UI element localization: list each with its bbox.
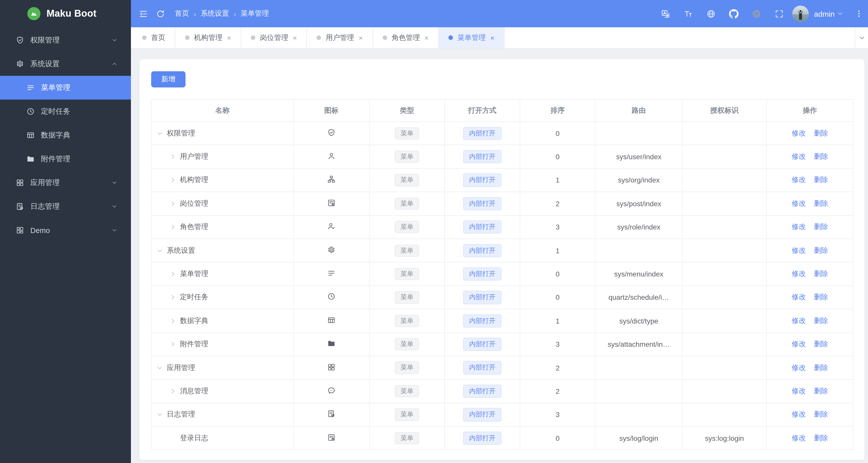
column-header[interactable]: 打开方式 — [445, 99, 520, 122]
edit-link[interactable]: 修改 — [792, 293, 806, 301]
sidebar-item-demo[interactable]: Demo — [0, 218, 131, 242]
delete-link[interactable]: 删除 — [814, 316, 828, 325]
delete-link[interactable]: 删除 — [814, 152, 828, 160]
expand-right-icon[interactable] — [170, 388, 176, 394]
delete-link[interactable]: 删除 — [814, 387, 828, 395]
row-name: 数据字典 — [180, 316, 208, 326]
translate-icon[interactable] — [661, 9, 670, 19]
expand-right-icon[interactable] — [170, 318, 176, 324]
expand-down-icon[interactable] — [157, 412, 163, 418]
github-icon[interactable] — [729, 9, 739, 19]
expand-down-icon[interactable] — [157, 365, 163, 371]
tab-post[interactable]: 岗位管理 × — [241, 27, 307, 48]
font-size-icon[interactable] — [683, 9, 693, 19]
column-header[interactable]: 路由 — [595, 99, 682, 122]
column-header[interactable]: 操作 — [767, 99, 853, 122]
tab-close-icon[interactable]: × — [293, 34, 297, 41]
tab-close-icon[interactable]: × — [359, 34, 363, 41]
delete-link[interactable]: 删除 — [814, 293, 828, 301]
edit-link[interactable]: 修改 — [792, 129, 806, 137]
user-caret-down-icon[interactable] — [837, 11, 843, 17]
brand-logo-icon — [27, 7, 40, 20]
delete-link[interactable]: 删除 — [814, 199, 828, 207]
sidebar-item-system[interactable]: 系统设置 — [0, 52, 131, 76]
edit-link[interactable]: 修改 — [792, 176, 806, 184]
delete-link[interactable]: 删除 — [814, 129, 828, 137]
expand-right-icon[interactable] — [170, 224, 176, 230]
gitee-icon[interactable] — [752, 9, 761, 19]
delete-link[interactable]: 删除 — [814, 363, 828, 371]
sort-value: 0 — [520, 262, 595, 286]
tab-home[interactable]: 首页 — [132, 27, 176, 48]
sidebar-item-permission[interactable]: 权限管理 — [0, 28, 131, 52]
breadcrumb-item[interactable]: 菜单管理 — [241, 9, 269, 18]
expand-right-icon[interactable] — [170, 271, 176, 277]
breadcrumb-item[interactable]: 系统设置 — [201, 9, 229, 18]
column-header[interactable]: 名称 — [151, 99, 293, 122]
row-name: 系统设置 — [167, 246, 195, 255]
edit-link[interactable]: 修改 — [792, 387, 806, 395]
edit-link[interactable]: 修改 — [792, 270, 806, 278]
breadcrumb-item[interactable]: 首页 — [175, 9, 189, 18]
tab-close-icon[interactable]: × — [490, 34, 494, 41]
id-card-icon — [327, 433, 336, 442]
tab-org[interactable]: 机构管理 × — [176, 27, 241, 48]
edit-link[interactable]: 修改 — [792, 363, 806, 371]
sidebar-item-dict[interactable]: 数据字典 — [0, 123, 131, 147]
column-header[interactable]: 图标 — [293, 99, 369, 122]
tab-role[interactable]: 角色管理 × — [373, 27, 439, 48]
brand[interactable]: Maku Boot — [0, 0, 131, 27]
expand-right-icon[interactable] — [170, 295, 176, 301]
collapse-sidebar-icon[interactable] — [138, 9, 148, 19]
sidebar-item-label: 数据字典 — [41, 130, 70, 140]
perm-value: sys:log:login — [682, 426, 767, 450]
refresh-icon[interactable] — [156, 9, 165, 19]
edit-link[interactable]: 修改 — [792, 434, 806, 442]
fullscreen-icon[interactable] — [774, 9, 784, 19]
edit-link[interactable]: 修改 — [792, 199, 806, 207]
delete-link[interactable]: 删除 — [814, 270, 828, 278]
sidebar-item-menu[interactable]: 菜单管理 — [0, 76, 131, 100]
edit-link[interactable]: 修改 — [792, 152, 806, 160]
delete-link[interactable]: 删除 — [814, 410, 828, 418]
add-button[interactable]: 新增 — [151, 71, 186, 88]
username[interactable]: admin — [814, 9, 835, 18]
expand-right-icon[interactable] — [170, 154, 176, 160]
column-header[interactable]: 授权标识 — [682, 99, 767, 122]
kebab-menu-icon[interactable] — [854, 9, 863, 18]
type-badge: 菜单 — [395, 244, 419, 257]
edit-link[interactable]: 修改 — [792, 246, 806, 254]
expand-down-icon[interactable] — [157, 130, 163, 136]
sort-value: 0 — [520, 286, 595, 309]
delete-link[interactable]: 删除 — [814, 223, 828, 231]
column-header[interactable]: 类型 — [369, 99, 445, 122]
tab-close-icon[interactable]: × — [227, 34, 231, 41]
globe-icon[interactable] — [706, 9, 716, 19]
sidebar-item-log[interactable]: 日志管理 — [0, 195, 131, 218]
edit-link[interactable]: 修改 — [792, 410, 806, 418]
avatar[interactable] — [792, 5, 809, 22]
expand-down-icon[interactable] — [157, 247, 163, 253]
sidebar-item-attachment[interactable]: 附件管理 — [0, 147, 131, 171]
tab-close-icon[interactable]: × — [424, 34, 428, 41]
expand-right-icon[interactable] — [170, 201, 176, 207]
tab-menu[interactable]: 菜单管理 × — [439, 27, 504, 48]
edit-link[interactable]: 修改 — [792, 316, 806, 325]
sidebar-item-schedule[interactable]: 定时任务 — [0, 100, 131, 123]
open-mode-badge: 内部打开 — [463, 431, 501, 445]
delete-link[interactable]: 删除 — [814, 340, 828, 348]
tabs-dropdown-button[interactable] — [855, 27, 868, 48]
edit-link[interactable]: 修改 — [792, 340, 806, 348]
expand-right-icon[interactable] — [170, 341, 176, 347]
delete-link[interactable]: 删除 — [814, 434, 828, 442]
delete-link[interactable]: 删除 — [814, 176, 828, 184]
edit-link[interactable]: 修改 — [792, 223, 806, 231]
table-body: 权限管理 菜单 内部打开 0 修改删除 用户管理 菜单 内部打开 0 sys/u… — [151, 122, 853, 450]
tab-user[interactable]: 用户管理 × — [307, 27, 373, 48]
sidebar-item-app[interactable]: 应用管理 — [0, 171, 131, 195]
sort-value: 3 — [520, 215, 595, 239]
expand-right-icon[interactable] — [170, 177, 176, 183]
open-mode-badge: 内部打开 — [463, 314, 501, 328]
column-header[interactable]: 排序 — [520, 99, 595, 122]
delete-link[interactable]: 删除 — [814, 246, 828, 254]
